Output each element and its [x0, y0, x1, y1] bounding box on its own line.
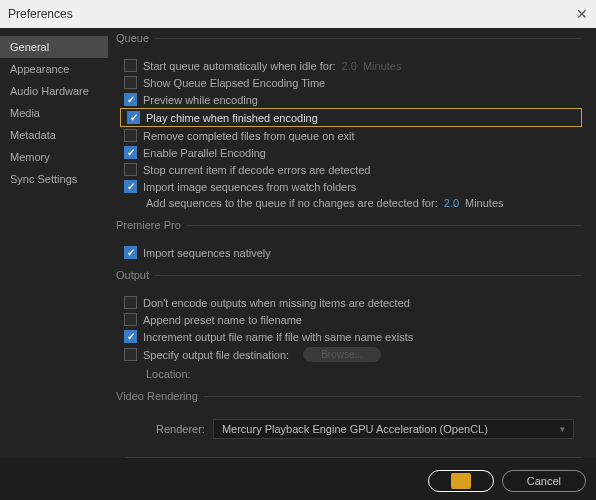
row-append-preset: Append preset name to filename: [116, 311, 582, 328]
content-panel: Queue Start queue automatically when idl…: [108, 28, 596, 458]
sidebar: General Appearance Audio Hardware Media …: [0, 28, 108, 458]
footer: OK Cancel: [428, 470, 586, 492]
location-label: Location:: [116, 364, 582, 382]
renderer-dropdown[interactable]: Mercury Playback Engine GPU Acceleration…: [213, 419, 574, 439]
checkbox-preview[interactable]: [124, 93, 137, 106]
chevron-down-icon: ▾: [560, 424, 565, 434]
sidebar-item-metadata[interactable]: Metadata: [0, 124, 108, 146]
ok-button[interactable]: OK: [428, 470, 494, 492]
checkbox-increment[interactable]: [124, 330, 137, 343]
add-seq-value[interactable]: 2.0: [444, 197, 459, 209]
row-idle: Start queue automatically when idle for:…: [116, 57, 582, 74]
row-preview: Preview while encoding: [116, 91, 582, 108]
sidebar-item-general[interactable]: General: [0, 36, 108, 58]
preferences-window: Preferences ✕ General Appearance Audio H…: [0, 0, 596, 500]
window-title: Preferences: [8, 7, 73, 21]
row-stop-decode: Stop current item if decode errors are d…: [116, 161, 582, 178]
sidebar-item-sync-settings[interactable]: Sync Settings: [0, 168, 108, 190]
titlebar: Preferences ✕: [0, 0, 596, 28]
checkbox-remove-completed[interactable]: [124, 129, 137, 142]
group-title-premiere: Premiere Pro: [116, 219, 187, 231]
gold-badge-icon: [451, 473, 471, 489]
checkbox-elapsed[interactable]: [124, 76, 137, 89]
close-icon[interactable]: ✕: [576, 6, 588, 22]
checkbox-idle[interactable]: [124, 59, 137, 72]
cancel-button[interactable]: Cancel: [502, 470, 586, 492]
checkbox-stop-decode[interactable]: [124, 163, 137, 176]
row-chime: Play chime when finished encoding: [120, 108, 582, 127]
group-color: Enable Display Color Management (require…: [116, 457, 582, 458]
row-import-seq: Import image sequences from watch folder…: [116, 178, 582, 195]
row-parallel: Enable Parallel Encoding: [116, 144, 582, 161]
row-add-seq: Add sequences to the queue if no changes…: [116, 195, 582, 211]
row-native: Import sequences natively: [116, 244, 582, 261]
group-title-queue: Queue: [116, 32, 155, 44]
group-video: Video Rendering Renderer: Mercury Playba…: [116, 396, 582, 453]
checkbox-append-preset[interactable]: [124, 313, 137, 326]
row-renderer: Renderer: Mercury Playback Engine GPU Ac…: [116, 415, 582, 443]
group-premiere: Premiere Pro Import sequences natively: [116, 225, 582, 271]
checkbox-chime[interactable]: [127, 111, 140, 124]
row-specify-dest: Specify output file destination: Browse.…: [116, 345, 582, 364]
group-queue: Queue Start queue automatically when idl…: [116, 38, 582, 221]
row-increment: Increment output file name if file with …: [116, 328, 582, 345]
sidebar-item-memory[interactable]: Memory: [0, 146, 108, 168]
idle-value[interactable]: 2.0: [342, 60, 357, 72]
sidebar-item-media[interactable]: Media: [0, 102, 108, 124]
group-title-video: Video Rendering: [116, 390, 204, 402]
renderer-value: Mercury Playback Engine GPU Acceleration…: [222, 423, 488, 435]
checkbox-native[interactable]: [124, 246, 137, 259]
group-title-output: Output: [116, 269, 155, 281]
checkbox-import-seq[interactable]: [124, 180, 137, 193]
row-dont-encode: Don't encode outputs when missing items …: [116, 294, 582, 311]
sidebar-item-appearance[interactable]: Appearance: [0, 58, 108, 80]
row-elapsed: Show Queue Elapsed Encoding Time: [116, 74, 582, 91]
checkbox-dont-encode[interactable]: [124, 296, 137, 309]
browse-button[interactable]: Browse...: [303, 347, 381, 362]
checkbox-specify-dest[interactable]: [124, 348, 137, 361]
sidebar-item-audio-hardware[interactable]: Audio Hardware: [0, 80, 108, 102]
group-output: Output Don't encode outputs when missing…: [116, 275, 582, 392]
renderer-label: Renderer:: [156, 423, 205, 435]
row-remove-completed: Remove completed files from queue on exi…: [116, 127, 582, 144]
checkbox-parallel[interactable]: [124, 146, 137, 159]
